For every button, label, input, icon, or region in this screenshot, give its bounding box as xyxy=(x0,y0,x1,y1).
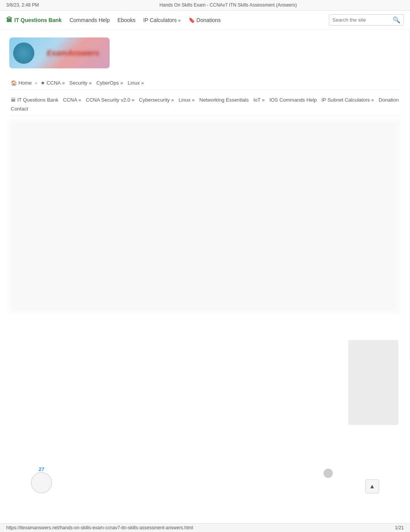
ccna-security-label: CCNA Security v2.0 xyxy=(86,97,130,103)
page-count: 1/21 xyxy=(395,525,404,530)
cybersecurity-label: Cybersecurity xyxy=(139,97,169,103)
right-panel xyxy=(348,340,398,425)
chevron-up-icon: ▲ xyxy=(369,483,375,490)
ccna-label: CCNA xyxy=(47,80,61,86)
secondary-navigation: 🏠 Home » ★ CCNA » Security » CyberOps » … xyxy=(9,76,400,90)
logo-text: ExamAnswers xyxy=(47,49,100,58)
iot-label: IoT xyxy=(253,97,261,103)
donation-link[interactable]: Donation xyxy=(377,96,400,104)
ebooks-link[interactable]: Ebooks xyxy=(117,17,136,23)
blurred-content xyxy=(9,120,400,313)
linux-tertiary-label: Linux xyxy=(178,97,190,103)
ip-calculators-link[interactable]: IP Calculators xyxy=(143,17,181,23)
bookmark-icon: 🔖 xyxy=(188,17,195,23)
content-area: ExamAnswers 🏠 Home » ★ CCNA » Security »… xyxy=(0,30,410,359)
linux-link[interactable]: Linux » xyxy=(126,79,146,87)
search-input[interactable] xyxy=(332,17,390,23)
main-navigation: 🏛 IT Questions Bank Commands Help Ebooks… xyxy=(0,10,410,30)
status-url: https://itexamanswers.net/hands-on-skill… xyxy=(6,525,193,530)
it-questions-bank-label: IT Questions Bank xyxy=(17,97,59,103)
ccna-tertiary-link[interactable]: CCNA » xyxy=(61,96,83,104)
cybersecurity-link[interactable]: Cybersecurity » xyxy=(137,96,175,104)
cyberops-label: CyberOps xyxy=(96,80,119,86)
tertiary-navigation: 🏛 IT Questions Bank CCNA » CCNA Security… xyxy=(9,93,400,116)
contact-link[interactable]: Contact xyxy=(9,105,30,112)
networking-essentials-link[interactable]: Networking Essentials xyxy=(198,96,250,104)
timestamp: 3/8/23, 2:48 PM xyxy=(6,2,53,8)
networking-essentials-label: Networking Essentials xyxy=(199,97,249,103)
search-area: 🔍 xyxy=(329,14,404,25)
browser-bar: 3/8/23, 2:48 PM Hands On Skills Exam - C… xyxy=(0,0,410,10)
nav-links: Commands Help Ebooks IP Calculators 🔖 Do… xyxy=(69,17,321,23)
ccna-link[interactable]: ★ CCNA » xyxy=(39,79,66,87)
iot-link[interactable]: IoT » xyxy=(252,96,266,104)
cyberops-arrow: » xyxy=(120,80,123,86)
main-content: ExamAnswers 🏠 Home » ★ CCNA » Security »… xyxy=(0,30,410,359)
bank-icon: 🏛 xyxy=(6,17,12,24)
donations-link[interactable]: 🔖 Donations xyxy=(188,17,221,23)
counter-number: 27 xyxy=(39,466,44,472)
cyberops-link[interactable]: CyberOps » xyxy=(95,79,124,87)
status-bar: https://itexamanswers.net/hands-on-skill… xyxy=(0,523,410,532)
star-icon: ★ xyxy=(41,80,45,86)
ios-commands-link[interactable]: IOS Commands Help xyxy=(268,96,319,104)
home-label: Home xyxy=(19,80,32,86)
counter-circle[interactable] xyxy=(31,472,52,493)
dot-element xyxy=(324,469,333,478)
page-title: Hands On Skills Exam - CCNAv7 ITN Skills… xyxy=(53,2,404,8)
linux-label: Linux xyxy=(128,80,140,86)
logo-circle xyxy=(13,42,34,64)
floating-counter: 27 xyxy=(31,466,52,493)
search-button[interactable]: 🔍 xyxy=(393,16,400,24)
page-body xyxy=(9,120,400,352)
ccna-security-link[interactable]: CCNA Security v2.0 » xyxy=(84,96,136,104)
brand-label: IT Questions Bank xyxy=(14,17,62,23)
home-icon: 🏠 xyxy=(11,80,17,86)
brand-link[interactable]: 🏛 IT Questions Bank xyxy=(6,17,62,24)
scroll-top-button[interactable]: ▲ xyxy=(365,479,379,493)
bank-icon-2: 🏛 xyxy=(11,97,16,103)
linux-tertiary-link[interactable]: Linux » xyxy=(177,96,196,104)
security-link[interactable]: Security » xyxy=(68,79,93,87)
separator: » xyxy=(35,80,37,86)
security-label: Security xyxy=(69,80,88,86)
donations-label: Donations xyxy=(197,17,221,23)
security-arrow: » xyxy=(89,80,91,86)
it-questions-bank-link[interactable]: 🏛 IT Questions Bank xyxy=(9,96,60,104)
site-logo: ExamAnswers xyxy=(9,37,110,68)
commands-help-link[interactable]: Commands Help xyxy=(69,17,110,23)
ip-subnet-link[interactable]: IP Subnet Calculators » xyxy=(320,96,375,104)
donation-label: Donation xyxy=(379,97,399,103)
contact-label: Contact xyxy=(11,106,28,112)
ccna-tertiary-label: CCNA xyxy=(63,97,77,103)
home-link[interactable]: 🏠 Home xyxy=(9,79,33,87)
linux-arrow: » xyxy=(141,80,144,86)
ios-commands-label: IOS Commands Help xyxy=(269,97,317,103)
ccna-arrow: » xyxy=(62,80,64,86)
logo-area: ExamAnswers xyxy=(9,37,400,68)
ip-subnet-label: IP Subnet Calculators xyxy=(321,97,370,103)
